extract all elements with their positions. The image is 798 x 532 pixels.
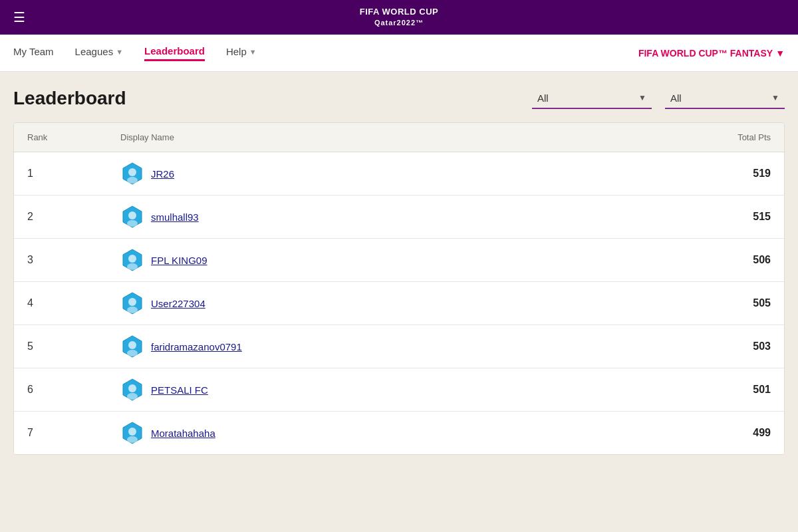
player-name[interactable]: PETSALI FC [151,384,208,396]
name-cell: FPL KING09 [120,248,664,272]
table-row: 1 JR26 519 [14,152,784,196]
svg-point-8 [127,263,138,270]
table-row: 2 smulhall93 515 [14,196,784,239]
filter1-arrow-icon: ▼ [638,93,646,102]
svg-point-14 [127,350,138,356]
svg-point-7 [128,255,136,263]
rank-cell: 1 [27,168,120,180]
leaderboard-table: Rank Display Name Total Pts 1 JR26 519 2… [13,122,785,455]
rank-cell: 7 [27,427,120,439]
points-cell: 506 [664,254,771,266]
points-cell: 505 [664,297,771,309]
points-cell: 519 [664,168,771,180]
leaderboard-title: Leaderboard [13,88,126,109]
player-name[interactable]: User227304 [151,298,205,309]
rank-cell: 5 [27,340,120,352]
points-cell: 499 [664,427,771,439]
col-display-name: Display Name [120,132,664,142]
fantasy-dropdown[interactable]: FIFA WORLD CUP™ FANTASY ▼ [638,48,785,59]
player-avatar [120,205,144,229]
leagues-chevron-icon: ▼ [116,48,123,56]
site-logo: FIFA WORLD CUP Qatar2022™ [360,7,438,27]
name-cell: User227304 [120,291,664,315]
filter2-arrow-icon: ▼ [771,93,779,102]
player-avatar [120,378,144,402]
nav-my-team[interactable]: My Team [13,46,54,60]
table-row: 7 Moratahahaha 499 [14,412,784,454]
filter-dropdown-2[interactable]: All ▼ [665,88,785,109]
svg-point-17 [127,393,138,400]
svg-point-16 [128,384,136,392]
rank-cell: 2 [27,211,120,223]
name-cell: JR26 [120,162,664,186]
player-avatar [120,334,144,358]
hamburger-icon[interactable]: ☰ [13,9,25,25]
col-rank: Rank [27,132,120,142]
nav-leagues[interactable]: Leagues ▼ [75,46,123,60]
rank-cell: 4 [27,297,120,309]
svg-point-1 [128,168,136,176]
player-avatar [120,248,144,272]
svg-point-2 [127,177,138,184]
svg-point-10 [128,298,136,306]
col-total-pts: Total Pts [664,132,771,142]
name-cell: faridramazanov0791 [120,334,664,358]
table-body: 1 JR26 519 2 smulhall93 515 3 [14,152,784,454]
help-chevron-icon: ▼ [249,48,257,56]
filter2-value: All [670,92,682,104]
svg-point-4 [128,211,136,219]
top-bar: ☰ FIFA WORLD CUP Qatar2022™ [0,0,798,35]
table-row: 3 FPL KING09 506 [14,239,784,282]
name-cell: smulhall93 [120,205,664,229]
nav-items: My Team Leagues ▼ Leaderboard Help ▼ [13,45,638,61]
logo-line2: Qatar2022™ [360,18,438,27]
nav-leaderboard[interactable]: Leaderboard [144,45,205,61]
player-avatar [120,162,144,186]
svg-point-11 [127,307,138,313]
player-name[interactable]: Moratahahaha [151,428,215,439]
svg-point-13 [128,341,136,349]
player-name[interactable]: smulhall93 [151,211,199,223]
points-cell: 501 [664,384,771,396]
points-cell: 503 [664,340,771,352]
svg-point-19 [128,428,136,436]
player-name[interactable]: FPL KING09 [151,255,207,266]
leaderboard-header-row: Leaderboard All ▼ All ▼ [13,88,785,109]
table-row: 6 PETSALI FC 501 [14,368,784,412]
filter-dropdown-1[interactable]: All ▼ [532,88,652,109]
player-name[interactable]: faridramazanov0791 [151,341,242,352]
table-header: Rank Display Name Total Pts [14,123,784,152]
name-cell: Moratahahaha [120,421,664,445]
points-cell: 515 [664,211,771,223]
logo-line1: FIFA WORLD CUP [360,7,438,18]
player-name[interactable]: JR26 [151,168,174,180]
player-avatar [120,421,144,445]
rank-cell: 6 [27,384,120,396]
svg-point-20 [127,436,138,443]
table-row: 5 faridramazanov0791 503 [14,325,784,368]
main-content: Leaderboard All ▼ All ▼ Rank Display Nam… [0,72,798,471]
nav-help[interactable]: Help ▼ [226,46,257,60]
secondary-nav: My Team Leagues ▼ Leaderboard Help ▼ FIF… [0,35,798,72]
fantasy-chevron-icon: ▼ [775,48,785,59]
filter1-value: All [537,92,549,104]
table-row: 4 User227304 505 [14,282,784,325]
name-cell: PETSALI FC [120,378,664,402]
rank-cell: 3 [27,254,120,266]
svg-point-5 [127,220,138,227]
player-avatar [120,291,144,315]
